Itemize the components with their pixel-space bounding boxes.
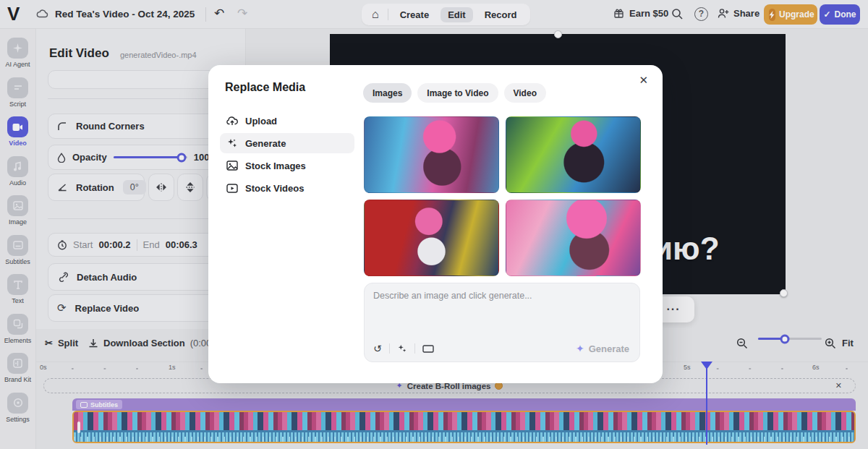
generate-prompt-box: ↺ ✦ Generate [364, 283, 640, 362]
tab-image-to-video[interactable]: Image to Video [417, 83, 498, 103]
tab-video[interactable]: Video [504, 83, 546, 103]
generated-image-1[interactable] [364, 116, 499, 193]
modal-source-menu: Upload Generate Stock Images Stock Video… [220, 111, 354, 200]
modal-close-icon[interactable]: ✕ [636, 71, 651, 90]
menu-item-stock-images[interactable]: Stock Images [220, 155, 354, 176]
upload-cloud-icon [226, 116, 238, 126]
generated-image-4[interactable] [506, 200, 641, 276]
generated-images-grid [364, 116, 640, 276]
history-icon[interactable]: ↺ [373, 343, 382, 354]
generate-sparkle-icon: ✦ [576, 343, 584, 354]
tab-images[interactable]: Images [363, 83, 412, 103]
menu-item-stock-videos[interactable]: Stock Videos [220, 178, 354, 198]
generated-image-2[interactable] [506, 116, 641, 193]
replace-media-modal: Replace Media ✕ Images Image to Video Vi… [208, 65, 663, 383]
generate-button[interactable]: ✦ Generate [576, 343, 629, 354]
menu-item-upload[interactable]: Upload [220, 111, 354, 131]
wand-sparkles-icon [226, 137, 238, 149]
media-type-tabs: Images Image to Video Video [363, 83, 546, 103]
app-window: V Red Tea's Video - Oct 24, 2025 ··· ↶ ↷… [0, 0, 868, 449]
prompt-input[interactable] [373, 291, 631, 333]
menu-item-generate[interactable]: Generate [220, 133, 354, 153]
stock-images-icon [226, 161, 238, 171]
aspect-ratio-icon[interactable] [422, 345, 434, 353]
modal-title: Replace Media [225, 81, 305, 94]
enhance-prompt-icon[interactable] [397, 343, 407, 354]
generated-image-3[interactable] [364, 200, 499, 276]
stock-videos-icon [226, 184, 238, 193]
